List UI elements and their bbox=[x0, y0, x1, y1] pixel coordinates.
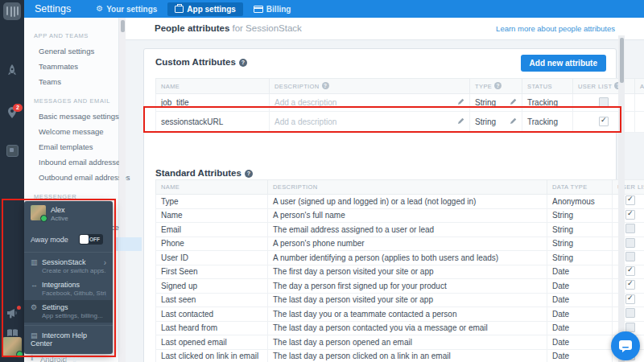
user-list-checkbox[interactable] bbox=[625, 210, 635, 220]
content-scrollbar[interactable] bbox=[618, 35, 625, 362]
user-list-checkbox[interactable] bbox=[625, 252, 635, 261]
nav-scrollbar[interactable] bbox=[119, 18, 126, 362]
user-list-cell bbox=[613, 195, 644, 209]
tab-your-settings[interactable]: ⚙Your settings bbox=[89, 2, 164, 16]
attr-name-cell: Type bbox=[156, 195, 268, 209]
rocket-icon[interactable] bbox=[0, 64, 24, 80]
user-list-checkbox[interactable] bbox=[625, 294, 635, 304]
user-list-checkbox[interactable] bbox=[625, 323, 635, 332]
edit-type-icon[interactable] bbox=[510, 117, 517, 126]
menu-item-label: Integrations bbox=[42, 281, 80, 289]
away-mode-label: Away mode bbox=[31, 236, 68, 244]
menu-item-intercom-help-center[interactable]: ▤Intercom Help Center bbox=[24, 328, 113, 351]
table-header-row: NAMEDESCRIPTION?TYPE?STATUSUSER LIST?ARC… bbox=[156, 79, 644, 94]
help-icon[interactable]: ? bbox=[322, 82, 329, 89]
help-icon[interactable]: ? bbox=[494, 82, 502, 89]
attr-description-cell: The first day a person visited your site… bbox=[268, 265, 547, 279]
learn-more-link[interactable]: Learn more about people attributes bbox=[496, 24, 615, 33]
sidebar-item-outbound-email-addresses[interactable]: Outbound email addresses bbox=[24, 170, 118, 185]
user-list-cell bbox=[613, 237, 644, 251]
sidebar-item-welcome-message[interactable]: Welcome message bbox=[24, 124, 118, 139]
user-list-cell bbox=[613, 279, 644, 294]
nav-section-header: APP AND TEAMS bbox=[34, 32, 118, 39]
description-placeholder[interactable]: Add a description bbox=[275, 98, 336, 107]
column-header-user-list: USER LIST? bbox=[573, 79, 635, 94]
user-list-checkbox[interactable] bbox=[625, 308, 635, 318]
user-list-checkbox[interactable] bbox=[625, 266, 635, 276]
content-subtitle: for SessionStack bbox=[229, 23, 301, 33]
user-list-cell bbox=[573, 112, 635, 133]
edit-description-icon[interactable] bbox=[457, 98, 464, 107]
attr-description-cell[interactable]: Add a description bbox=[270, 112, 470, 133]
nav-selected-highlight bbox=[114, 237, 142, 251]
user-list-checkbox[interactable] bbox=[599, 117, 609, 126]
user-list-checkbox[interactable] bbox=[625, 224, 635, 233]
attr-description-cell: The last day a person contacted you via … bbox=[268, 321, 547, 335]
table-row: EmailThe email address assigned to a use… bbox=[156, 223, 644, 237]
attr-description-cell: A person's phone number bbox=[268, 237, 547, 251]
attr-name-cell: Last opened email bbox=[156, 335, 268, 350]
megaphone-icon[interactable] bbox=[0, 307, 24, 322]
user-list-checkbox[interactable] bbox=[599, 97, 609, 107]
user-list-checkbox[interactable] bbox=[625, 280, 635, 290]
tab-app-settings[interactable]: App settings bbox=[167, 2, 243, 16]
description-placeholder[interactable]: Add a description bbox=[275, 117, 336, 126]
user-list-cell bbox=[613, 223, 644, 237]
attr-status-cell: Tracking bbox=[522, 94, 573, 112]
integrations-icon: ↔ bbox=[31, 281, 42, 289]
user-list-cell bbox=[613, 307, 644, 322]
user-list-checkbox[interactable] bbox=[625, 238, 635, 248]
away-mode-toggle[interactable]: OFF bbox=[79, 234, 103, 245]
column-header-data-type: DATA TYPE bbox=[547, 180, 613, 195]
gear-icon: ⚙ bbox=[31, 303, 42, 311]
gear-icon: ⚙ bbox=[96, 5, 103, 13]
attr-name-cell: sessionstackURL bbox=[156, 112, 270, 133]
sidebar-item-general-settings[interactable]: General settings bbox=[24, 43, 118, 59]
messenger-launcher-button[interactable] bbox=[611, 331, 640, 360]
menu-item-settings[interactable]: ⚙SettingsApp settings, billing... bbox=[24, 300, 113, 323]
menu-item-subtitle: Facebook, Github, Stripe... bbox=[42, 290, 106, 297]
attr-description-cell: The last day a person opened an email bbox=[268, 335, 547, 350]
add-new-attribute-button[interactable]: Add new attribute bbox=[521, 55, 606, 72]
help-icon[interactable]: ? bbox=[239, 59, 247, 67]
sidebar-item-email-templates[interactable]: Email templates bbox=[24, 139, 118, 154]
tab-billing[interactable]: Billing bbox=[246, 2, 299, 16]
menu-item-sessionstack[interactable]: ▥SessionStack›Create or switch apps... bbox=[24, 255, 113, 278]
table-row: NameA person's full nameString bbox=[156, 208, 644, 223]
attr-type-cell: String bbox=[470, 112, 522, 133]
edit-description-icon[interactable] bbox=[457, 117, 464, 126]
attr-name-cell: Last contacted bbox=[156, 307, 268, 322]
data-type-cell: String bbox=[547, 223, 613, 237]
top-bar: Settings ⚙Your settingsApp settingsBilli… bbox=[24, 0, 644, 18]
data-type-cell: Date bbox=[547, 307, 613, 322]
data-type-cell: Date bbox=[547, 293, 613, 307]
menu-item-integrations[interactable]: ↔IntegrationsFacebook, Github, Stripe... bbox=[24, 278, 113, 300]
data-type-cell: Date bbox=[547, 265, 613, 279]
sidebar-item-teammates[interactable]: Teammates bbox=[24, 59, 118, 74]
sidebar-item-teams[interactable]: Teams bbox=[24, 74, 118, 89]
attr-name-cell: First Seen bbox=[156, 265, 268, 279]
user-avatar[interactable] bbox=[2, 337, 22, 356]
help-icon[interactable]: ? bbox=[245, 170, 253, 178]
attr-description-cell: A number identifying a person (applies t… bbox=[268, 251, 547, 265]
attr-description-cell: The last day a person clicked on a link … bbox=[268, 349, 547, 362]
attr-description-cell[interactable]: Add a description bbox=[270, 94, 470, 112]
menu-item-label: SessionStack bbox=[42, 258, 86, 266]
map-pin-icon[interactable]: 2 bbox=[0, 107, 24, 122]
pencil-icon bbox=[457, 98, 464, 105]
tab-label: Your settings bbox=[106, 5, 157, 14]
intercom-logo[interactable] bbox=[3, 2, 21, 20]
main-content: People attributes for SessionStack Learn… bbox=[126, 18, 644, 362]
edit-type-icon[interactable] bbox=[510, 98, 517, 107]
archive-cell bbox=[635, 112, 644, 133]
sidebar-item-basic-message-settings[interactable]: Basic message settings bbox=[24, 109, 118, 124]
user-list-checkbox[interactable] bbox=[625, 195, 635, 205]
data-type-cell: Date bbox=[547, 335, 613, 350]
nav-section-header: MESSAGES AND EMAIL bbox=[34, 97, 118, 105]
column-header-user-list: USER LIST bbox=[613, 180, 644, 195]
menu-item-status-page[interactable]: ℹStatus page bbox=[24, 351, 113, 362]
table-row: Last heard fromThe last day a person con… bbox=[156, 321, 644, 335]
sidebar-item-inbound-email-addresses[interactable]: Inbound email addresses bbox=[24, 154, 118, 170]
table-row: PhoneA person's phone numberString bbox=[156, 237, 644, 251]
attr-description-cell: The email address assigned to a user or … bbox=[268, 223, 547, 237]
